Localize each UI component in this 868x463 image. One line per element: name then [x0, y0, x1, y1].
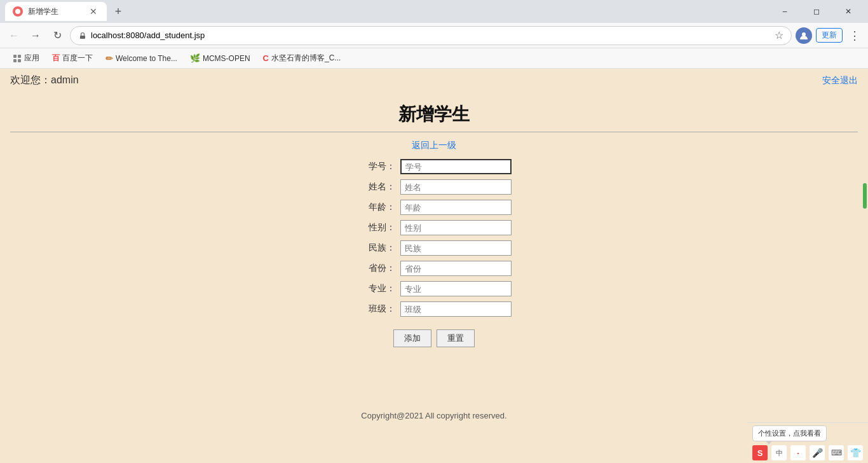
gender-input[interactable] — [400, 220, 512, 235]
province-label: 省份： — [357, 263, 395, 274]
bookmark-blog-label: 水坚石青的博客_C... — [271, 53, 341, 64]
back-link-container: 返回上一级 — [0, 140, 868, 151]
form-row-student-id: 学号： — [357, 159, 512, 174]
bookmark-mcms[interactable]: 🌿 MCMS-OPEN — [185, 52, 255, 65]
back-link[interactable]: 返回上一级 — [412, 140, 456, 150]
pencil-icon: ✏ — [105, 53, 113, 64]
age-input[interactable] — [400, 200, 512, 215]
major-input[interactable] — [400, 281, 512, 296]
class-label: 班级： — [357, 303, 395, 315]
add-button[interactable]: 添加 — [393, 329, 431, 347]
svg-point-0 — [15, 9, 20, 14]
bookmark-apps-label: 应用 — [24, 53, 39, 64]
form-row-province: 省份： — [357, 261, 512, 276]
window-controls: – ◻ ✕ — [770, 0, 863, 23]
close-button[interactable]: ✕ — [834, 0, 863, 23]
update-button[interactable]: 更新 — [816, 28, 843, 43]
tab-favicon-icon — [13, 6, 23, 17]
name-label: 姓名： — [357, 181, 395, 193]
form-row-ethnicity: 民族： — [357, 240, 512, 256]
browser-menu-icon[interactable]: ⋮ — [846, 29, 863, 43]
svg-rect-3 — [13, 55, 17, 58]
keyboard-icon[interactable]: ⌨ — [829, 445, 844, 460]
reload-button[interactable]: ↻ — [48, 27, 66, 45]
forward-button[interactable]: → — [27, 27, 44, 45]
page-header-bar: 欢迎您：admin 安全退出 — [0, 69, 868, 92]
logout-link[interactable]: 安全退出 — [822, 75, 858, 86]
class-input[interactable] — [400, 301, 512, 317]
new-tab-button[interactable]: + — [109, 3, 127, 20]
address-bar-container: ☆ — [70, 26, 792, 45]
tooltip-bubble: 个性设置，点我看看 — [752, 425, 827, 441]
s-icon[interactable]: S — [752, 445, 768, 460]
gender-label: 性别： — [357, 222, 395, 233]
svg-rect-4 — [18, 55, 21, 58]
form-row-class: 班级： — [357, 301, 512, 317]
student-id-input[interactable] — [400, 159, 512, 174]
bookmarks-bar: 应用 百 百度一下 ✏ Welcome to The... 🌿 MCMS-OPE… — [0, 48, 868, 69]
back-button[interactable]: ← — [5, 27, 23, 45]
leaf-icon: 🌿 — [190, 53, 200, 63]
bookmark-star-icon[interactable]: ☆ — [775, 29, 783, 41]
apps-icon — [13, 54, 22, 63]
shirt-icon[interactable]: 👕 — [848, 445, 863, 460]
tab-title: 新增学生 — [28, 6, 83, 17]
title-divider — [10, 132, 858, 132]
major-label: 专业： — [357, 283, 395, 294]
taskbar-icons: S 中 · 🎤 ⌨ 👕 — [752, 445, 863, 460]
svg-rect-5 — [13, 59, 17, 62]
dot-icon[interactable]: · — [790, 445, 806, 460]
c-icon: C — [263, 53, 269, 63]
restore-button[interactable]: ◻ — [802, 0, 831, 23]
mic-icon[interactable]: 🎤 — [810, 445, 825, 460]
minimize-button[interactable]: – — [770, 0, 799, 23]
page-footer: Copyright@2021 All copyright reserved. — [0, 398, 868, 433]
welcome-text: 欢迎您：admin — [10, 74, 79, 87]
browser-chrome: 新增学生 ✕ + – ◻ ✕ ← → ↻ ☆ 更新 ⋮ — [0, 0, 868, 69]
form-row-major: 专业： — [357, 281, 512, 296]
browser-toolbar: ← → ↻ ☆ 更新 ⋮ — [0, 23, 868, 48]
bookmark-baidu[interactable]: 百 百度一下 — [47, 51, 98, 66]
lock-icon — [78, 31, 87, 40]
bookmark-baidu-label: 百度一下 — [62, 53, 93, 64]
student-id-label: 学号： — [357, 161, 395, 172]
svg-rect-6 — [18, 59, 21, 62]
ethnicity-label: 民族： — [357, 242, 395, 254]
zhong-icon[interactable]: 中 — [771, 445, 787, 460]
tooltip-text: 个性设置，点我看看 — [758, 429, 821, 437]
form-buttons: 添加 重置 — [393, 329, 475, 347]
form-container: 学号： 姓名： 年龄： 性别： 民族： 省份： 专业： — [0, 159, 868, 347]
age-label: 年龄： — [357, 202, 395, 213]
browser-tab[interactable]: 新增学生 ✕ — [5, 2, 107, 21]
baidu-icon: 百 — [52, 53, 60, 64]
bookmark-apps[interactable]: 应用 — [8, 51, 44, 66]
bookmark-welcome[interactable]: ✏ Welcome to The... — [100, 52, 182, 66]
bookmark-mcms-label: MCMS-OPEN — [203, 54, 250, 63]
taskbar: 个性设置，点我看看 S 中 · 🎤 ⌨ 👕 — [747, 422, 868, 463]
address-input[interactable] — [91, 31, 771, 40]
scroll-indicator — [863, 183, 867, 209]
bookmark-blog[interactable]: C 水坚石青的博客_C... — [258, 51, 346, 66]
reset-button[interactable]: 重置 — [437, 329, 475, 347]
page-content: 欢迎您：admin 安全退出 新增学生 返回上一级 学号： 姓名： 年龄： 性别… — [0, 69, 868, 463]
footer-text: Copyright@2021 All copyright reserved. — [361, 411, 506, 420]
bookmark-welcome-label: Welcome to The... — [116, 54, 177, 63]
profile-icon[interactable] — [796, 27, 812, 44]
form-row-gender: 性别： — [357, 220, 512, 235]
form-row-age: 年龄： — [357, 200, 512, 215]
name-input[interactable] — [400, 179, 512, 195]
page-title: 新增学生 — [0, 92, 868, 132]
tab-close-icon[interactable]: ✕ — [88, 6, 99, 17]
province-input[interactable] — [400, 261, 512, 276]
svg-rect-1 — [80, 36, 85, 39]
form-row-name: 姓名： — [357, 179, 512, 195]
browser-titlebar: 新增学生 ✕ + – ◻ ✕ — [0, 0, 868, 23]
ethnicity-input[interactable] — [400, 240, 512, 256]
